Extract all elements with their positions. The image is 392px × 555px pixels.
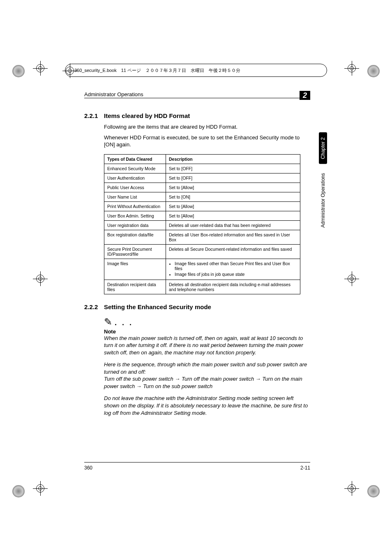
table-row: Public User AccessSet to [Allow]: [104, 183, 300, 192]
arrow-icon: →: [175, 376, 180, 382]
table-row: Box registration data/fileDeletes all Us…: [104, 230, 300, 244]
side-tab-chapter: Chapter 2: [319, 132, 327, 164]
printers-bar-text: 360_security_E.book 11 ページ ２００７年３月７日 水曜日…: [74, 67, 240, 74]
table-row: User Box Admin. SettingSet to [Allow]: [104, 211, 300, 220]
registration-radial-tl: [10, 63, 27, 79]
page-header: Administrator Operations 2: [84, 88, 310, 98]
crosshair-tr: [344, 61, 359, 76]
list-item: Image files saved other than Secure Prin…: [175, 261, 297, 271]
side-tabs: Chapter 2 Administrator Operations: [319, 132, 327, 232]
hdd-format-table: Types of Data Cleared Description Enhanc…: [104, 154, 300, 294]
chapter-number-box: 2: [300, 91, 310, 100]
table-row: User Name ListSet to [ON]: [104, 192, 300, 201]
crosshair-bl: [33, 481, 48, 496]
registration-radial-bl: [10, 483, 27, 500]
chapter-number: 2: [302, 91, 307, 99]
crosshair-bar: [62, 63, 77, 78]
note-p1: When the main power switch is turned off…: [104, 335, 310, 356]
footer-right: 2-11: [300, 465, 310, 471]
table-row: Print Without AuthenticationSet to [Allo…: [104, 201, 300, 211]
list-item: Image files of jobs in job queue state: [175, 272, 297, 277]
registration-radial-tr: [365, 63, 382, 79]
section-title: Items cleared by HDD Format: [104, 112, 190, 119]
header-title: Administrator Operations: [84, 91, 143, 97]
arrow-icon: →: [256, 376, 261, 382]
note-p2: Here is the sequence, through which the …: [104, 361, 310, 375]
note-p3: Turn off the sub power switch → Turn off…: [104, 375, 310, 390]
footer-left: 360: [84, 465, 92, 471]
note-label: Note: [104, 328, 310, 335]
printers-bar: 360_security_E.book 11 ページ ２００７年３月７日 水曜日…: [65, 64, 327, 77]
note-icon-row: ✎ . . .: [104, 316, 310, 328]
section1-p2: Whenever HDD Format is executed, be sure…: [104, 134, 310, 148]
crosshair-br: [344, 481, 359, 496]
crosshair-tl: [33, 61, 48, 76]
section-2-2-1-heading: 2.2.1 Items cleared by HDD Format: [84, 112, 310, 119]
note-icon: ✎: [104, 316, 112, 328]
table-row: Enhanced Security ModeSet to [OFF]: [104, 164, 300, 173]
crosshair-mr: [344, 271, 359, 286]
page-content: Administrator Operations 2 2.2.1 Items c…: [84, 88, 310, 471]
table-row: Destination recipient data filesDeletes …: [104, 280, 300, 294]
side-tab-section: Administrator Operations: [319, 168, 327, 233]
arrow-icon: →: [136, 383, 142, 389]
table-row: User AuthenticationSet to [OFF]: [104, 173, 300, 183]
th-types: Types of Data Cleared: [104, 154, 166, 164]
table-row: Secure Print Document ID/Password/fileDe…: [104, 244, 300, 259]
crosshair-ml: [33, 271, 48, 286]
section-num: 2.2.2: [84, 303, 104, 310]
image-files-bullets: Image files saved other than Secure Prin…: [169, 261, 297, 277]
note-dots: . . .: [115, 319, 133, 327]
section-title: Setting the Enhanced Security mode: [104, 303, 211, 310]
table-row: Image files Image files saved other than…: [104, 259, 300, 280]
th-desc: Description: [166, 154, 300, 164]
page-footer: 360 2-11: [84, 462, 310, 471]
table-head-row: Types of Data Cleared Description: [104, 154, 300, 164]
section-2-2-2-heading: 2.2.2 Setting the Enhanced Security mode: [84, 303, 310, 310]
section1-p1: Following are the items that are cleared…: [104, 123, 310, 131]
section-num: 2.2.1: [84, 112, 104, 119]
table-row: User registration dataDeletes all user-r…: [104, 220, 300, 230]
registration-radial-br: [365, 483, 382, 500]
note-p4: Do not leave the machine with the Admini…: [104, 395, 310, 416]
